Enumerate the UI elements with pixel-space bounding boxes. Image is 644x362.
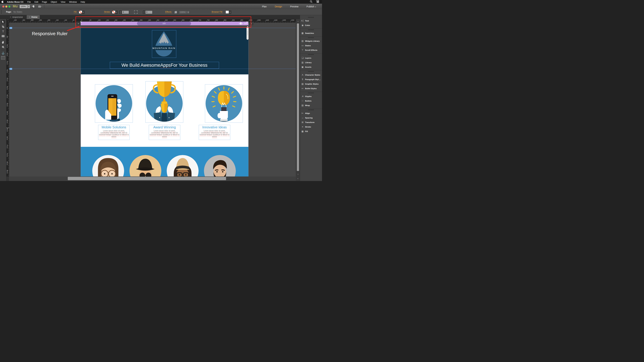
align-panel[interactable]: ⊨Align	[300, 111, 322, 115]
spacing-panel[interactable]: ↔Spacing	[300, 115, 322, 120]
glyphs-panel[interactable]: 𝐴Glyphs	[300, 94, 322, 98]
menu-adobe-muse-cc[interactable]: Adobe Muse CC	[5, 1, 26, 3]
anchor-link-tool[interactable]: ⚓	[1, 51, 5, 55]
fill-panel[interactable]: ▩Fill	[300, 129, 322, 134]
swatches-panel[interactable]: ▦Swatches	[300, 31, 322, 35]
logo-frame[interactable]: MOUNTAIN RAIN	[152, 30, 176, 58]
scrollbar-corner-right[interactable]: ▼	[296, 176, 300, 181]
card-text-ideas[interactable]: Innovative Ideas Lorem ipsum dolor sit a…	[199, 125, 230, 140]
close-window-button[interactable]	[2, 5, 4, 7]
panel-group-grip-icon[interactable]	[308, 37, 314, 38]
vertical-scrollbar-thumb[interactable]	[297, 23, 299, 171]
card-image-frame-ideas[interactable]	[205, 84, 243, 123]
horizontal-scrollbar-thumb[interactable]	[68, 177, 226, 180]
scroll-down-icon[interactable]: ▼	[296, 173, 300, 175]
panel-group-grip-icon[interactable]	[308, 92, 314, 93]
menu-file[interactable]: File	[26, 1, 33, 3]
corner-radius-icon[interactable]	[134, 10, 138, 14]
wrap-panel[interactable]: ▤Wrap	[300, 103, 322, 108]
mode-preview[interactable]: Preview	[286, 5, 302, 8]
menu-page[interactable]: Page	[40, 1, 49, 3]
close-tab-icon[interactable]: ×	[10, 16, 11, 18]
page-state-value[interactable]: No States	[14, 11, 22, 13]
place-file-icon[interactable]	[32, 5, 35, 8]
menu-object[interactable]: Object	[49, 1, 59, 3]
zoom-tool[interactable]	[1, 45, 5, 49]
layers-panel[interactable]: ❏Layers	[300, 56, 322, 60]
page-label: Page:	[6, 11, 12, 13]
browser-fill-dropdown[interactable]: ▼	[229, 10, 231, 14]
vertical-scrollbar[interactable]: ▲ ▼	[296, 19, 300, 176]
mode-plan[interactable]: Plan	[258, 5, 271, 8]
panel-item-label: Library	[305, 61, 312, 63]
stroke-swatch[interactable]	[112, 10, 116, 13]
states-panel[interactable]: ▭States	[300, 43, 322, 48]
stroke-dropdown[interactable]: ▼	[115, 10, 118, 14]
menu-view[interactable]: View	[59, 1, 67, 3]
character-styles-panel[interactable]: ACharacter Styles	[300, 72, 322, 77]
apple-icon[interactable]	[0, 0, 5, 3]
page-scrollbar-pill[interactable]	[246, 26, 248, 40]
browser-fill-swatch[interactable]	[226, 10, 229, 13]
page-top-guide[interactable]	[9, 28, 296, 28]
stroke-label[interactable]: Stroke:	[104, 11, 110, 13]
assets-panel[interactable]: ▣Assets	[300, 65, 322, 69]
state-text-tool[interactable]: T TT T	[1, 56, 5, 60]
tab-responsive[interactable]: ×responsive	[8, 15, 25, 19]
stroke-width-value[interactable]: 0	[122, 10, 129, 14]
effects-label[interactable]: Effects:	[165, 11, 172, 13]
menu-window[interactable]: Window	[67, 1, 79, 3]
panel-group-grip-icon[interactable]	[308, 54, 314, 55]
menu-help[interactable]: Help	[79, 1, 87, 3]
ruler-label: 4 5 0	[6, 103, 8, 107]
zoom-level-select[interactable]: 100% ▼	[20, 5, 30, 8]
card-image-frame-mobile[interactable]	[95, 84, 133, 123]
library-panel[interactable]: ▥Library	[300, 60, 322, 65]
horizontal-scrollbar[interactable]	[9, 176, 296, 181]
bullet-styles-panel[interactable]: ≔Bullet Styles	[300, 86, 322, 91]
header-bottom-guide[interactable]	[9, 69, 296, 69]
tools-panel: » T ⚓ T TT T	[0, 15, 6, 181]
effects-checker-icon[interactable]	[174, 11, 177, 13]
menu-edit[interactable]: Edit	[33, 1, 40, 3]
fill-label[interactable]: Fill:	[74, 11, 77, 13]
card-image-frame-award[interactable]	[146, 81, 183, 123]
transform-panel[interactable]: ⊞Transform	[300, 120, 322, 124]
tab-home[interactable]: ×Home	[27, 15, 40, 19]
panel-options-icon[interactable]	[38, 5, 42, 8]
card-text-mobile[interactable]: Mobile Solutions Lorem ipsum dolor sit a…	[98, 125, 130, 140]
paragraph-styles-panel[interactable]: ¶Paragraph Styl…	[300, 77, 322, 82]
card-text-award[interactable]: Award Winning Lorem ipsum dolor sit amet…	[149, 125, 180, 140]
search-icon[interactable]	[310, 0, 312, 3]
text-tool[interactable]: T	[1, 29, 5, 33]
widgets-library-panel[interactable]: ▤Widgets Library	[300, 39, 322, 43]
fill-dropdown[interactable]: ▼	[82, 10, 84, 14]
panel-group-grip-icon[interactable]	[308, 109, 314, 110]
stroke-width-stepper[interactable]: ▲▼	[120, 10, 122, 14]
close-tab-icon[interactable]: ×	[29, 16, 30, 18]
guide-anchor-header[interactable]	[9, 68, 12, 70]
guide-anchor-top[interactable]	[9, 27, 12, 29]
stroke-panel[interactable]: ≡Stroke	[300, 124, 322, 129]
panel-group-grip-icon[interactable]	[308, 71, 314, 72]
minimize-window-button[interactable]	[5, 5, 8, 7]
panel-group-grip-icon[interactable]	[308, 17, 314, 18]
fill-swatch[interactable]	[79, 10, 82, 13]
rectangle-tool[interactable]	[1, 34, 5, 38]
mode-publish[interactable]: Publish▾	[302, 5, 320, 8]
list-icon[interactable]	[316, 0, 319, 3]
zoom-window-button[interactable]	[8, 5, 10, 7]
graphic-styles-panel[interactable]: ▨Graphic Styles	[300, 82, 322, 86]
mode-design[interactable]: Design	[271, 5, 286, 8]
fill-icon: ▩	[300, 130, 305, 133]
panel-group-grip-icon[interactable]	[308, 29, 314, 30]
design-canvas[interactable]: MOUNTAIN RAIN We Build Awesome Apps For …	[9, 23, 296, 176]
corner-value[interactable]: 0	[145, 10, 152, 14]
bullets-panel[interactable]: ∷Bullets	[300, 98, 322, 103]
hand-tool[interactable]	[1, 40, 5, 44]
browser-fill-label[interactable]: Browser Fill:	[212, 11, 223, 13]
vertical-ruler[interactable]: 05 01 0 01 5 02 0 02 5 03 0 03 5 04 0 04…	[6, 19, 9, 176]
scroll-effects-panel[interactable]: ⊤Scroll Effects	[300, 48, 322, 52]
hero-heading[interactable]: We Build Awesome Apps For Your Business	[110, 62, 219, 69]
corner-stepper[interactable]: ▲▼	[143, 10, 145, 14]
